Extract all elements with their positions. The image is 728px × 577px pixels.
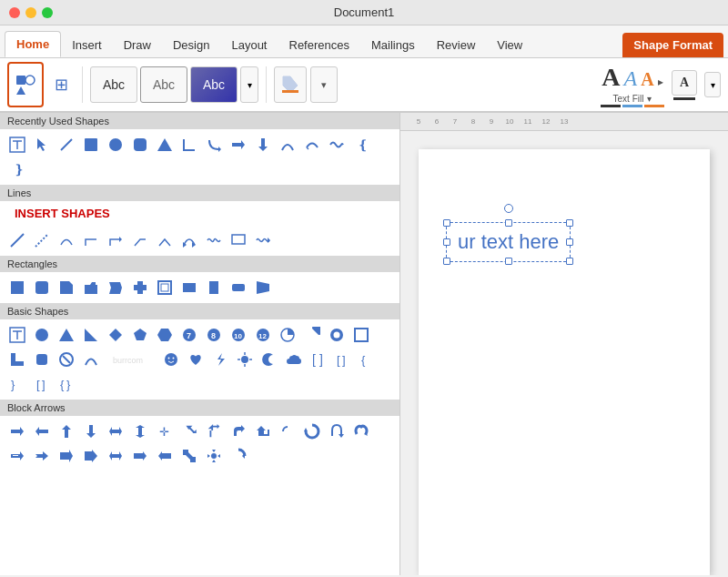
basic-sun[interactable] [233, 348, 257, 371]
line-elbow-arrow[interactable] [104, 228, 127, 252]
rect-tab[interactable] [79, 276, 103, 299]
basic-no[interactable] [55, 348, 78, 371]
arrow-diag-left[interactable] [177, 444, 201, 468]
arrange-button[interactable]: ⊞ [47, 62, 75, 107]
handle-top-left[interactable] [443, 219, 450, 227]
basic-8[interactable]: 8 [202, 323, 226, 347]
tab-mailings[interactable]: Mailings [360, 33, 426, 57]
arrow-bent-up[interactable] [202, 420, 226, 443]
line-connector-2[interactable] [128, 228, 152, 252]
tab-shape-format[interactable]: Shape Format [622, 33, 723, 57]
rect-chevron[interactable] [104, 276, 127, 299]
text-box[interactable]: ur text here [446, 222, 571, 262]
maximize-button[interactable] [42, 7, 53, 18]
basic-diamond[interactable] [104, 323, 127, 347]
text-fill-dropdown[interactable]: ▾ [647, 94, 652, 104]
tab-draw[interactable]: Draw [113, 33, 162, 57]
rect-plus[interactable] [128, 276, 152, 299]
basic-curly-pair[interactable]: {} [55, 372, 78, 396]
basic-curly-left[interactable]: { [356, 348, 379, 371]
arrow-up[interactable] [55, 420, 78, 443]
basic-cloud[interactable] [282, 348, 306, 371]
basic-circle[interactable] [30, 323, 54, 347]
arrow-circular-right[interactable] [300, 420, 324, 443]
shape-styles-more[interactable]: ▾ [240, 66, 258, 103]
arrow-callout-right[interactable] [79, 444, 103, 468]
shape-rect-filled[interactable] [79, 133, 103, 157]
shape-cursor[interactable] [30, 133, 54, 157]
line-squiggle[interactable] [251, 228, 275, 252]
basic-arc[interactable] [79, 348, 103, 371]
basic-7[interactable]: 7 [177, 323, 201, 347]
basic-moon[interactable] [258, 348, 281, 371]
basic-bracket-pair[interactable]: [] [307, 348, 330, 371]
basic-bracket-left[interactable]: [] [331, 348, 355, 371]
basic-pentagon[interactable] [128, 323, 152, 347]
handle-mid-right[interactable] [566, 238, 573, 246]
rect-small3[interactable] [227, 276, 250, 299]
rect-frame[interactable] [153, 276, 177, 299]
basic-heart[interactable] [184, 348, 207, 371]
arrow-box-left[interactable] [153, 444, 177, 468]
rect-small1[interactable] [177, 276, 201, 299]
arrow-loop[interactable] [349, 420, 373, 443]
shape-right-arrow[interactable] [227, 133, 250, 157]
close-button[interactable] [9, 7, 20, 18]
text-box-container[interactable]: ur text here [446, 222, 571, 262]
basic-smiley[interactable] [159, 348, 183, 371]
rotate-handle[interactable] [504, 204, 513, 213]
line-elbow[interactable] [79, 228, 103, 252]
shape-brace-right[interactable]: ❵ [5, 157, 29, 181]
arrow-box-right[interactable] [128, 444, 152, 468]
arrow-circular-left[interactable] [276, 420, 299, 443]
line-wave[interactable] [202, 228, 226, 252]
shape-curved-arrow[interactable] [202, 133, 226, 157]
rect-small4[interactable] [251, 276, 275, 299]
tab-layout[interactable]: Layout [220, 33, 278, 57]
line-curve-arrows[interactable] [177, 228, 201, 252]
rect-rounded[interactable] [30, 276, 54, 299]
tab-references[interactable]: References [278, 33, 360, 57]
arrow-notched[interactable] [30, 444, 54, 468]
basic-right-triangle[interactable] [79, 323, 103, 347]
basic-triangle[interactable] [55, 323, 78, 347]
arrow-callout-double[interactable] [104, 444, 127, 468]
arrow-turn-right[interactable] [227, 420, 250, 443]
shape-down-arrow[interactable] [251, 133, 275, 157]
text-fill-more[interactable]: ▸ [658, 76, 663, 88]
basic-donut[interactable] [325, 323, 349, 347]
handle-bot-left[interactable] [443, 258, 450, 265]
shape-circle[interactable] [104, 133, 127, 157]
minimize-button[interactable] [25, 7, 36, 18]
arrow-diagonal[interactable] [177, 420, 201, 443]
shape-rounded-rect[interactable] [128, 133, 152, 157]
shape-text[interactable] [5, 133, 29, 157]
tab-design[interactable]: Design [162, 33, 220, 57]
shape-triangle[interactable] [153, 133, 177, 157]
line-curved-connector[interactable] [55, 228, 78, 252]
window-controls[interactable] [9, 7, 53, 18]
tab-review[interactable]: Review [426, 33, 487, 57]
handle-top-right[interactable] [566, 219, 573, 227]
line-diagonal[interactable] [30, 228, 54, 252]
arrow-quad[interactable]: ✛ [153, 420, 177, 443]
handle-bot-center[interactable] [505, 258, 512, 265]
arrow-circular-refresh[interactable] [227, 444, 250, 468]
text-color-a[interactable]: A [672, 70, 697, 96]
shape-corner[interactable] [177, 133, 201, 157]
rect-small2[interactable] [202, 276, 226, 299]
shape-style-1[interactable]: Abc [90, 66, 137, 103]
line-rect-callout[interactable] [227, 228, 250, 252]
rect-snipped-corner[interactable] [55, 276, 78, 299]
arrow-u-turn[interactable] [325, 420, 349, 443]
basic-chord[interactable] [300, 323, 324, 347]
insert-shapes-button[interactable] [7, 62, 44, 107]
shape-wave[interactable] [325, 133, 349, 157]
basic-lightning[interactable] [208, 348, 232, 371]
basic-pie[interactable] [276, 323, 299, 347]
arrow-right[interactable] [5, 420, 29, 443]
shape-fill-button[interactable] [274, 66, 307, 103]
tab-home[interactable]: Home [5, 31, 61, 57]
line-straight[interactable] [5, 228, 29, 252]
basic-12[interactable]: 12 [251, 323, 275, 347]
